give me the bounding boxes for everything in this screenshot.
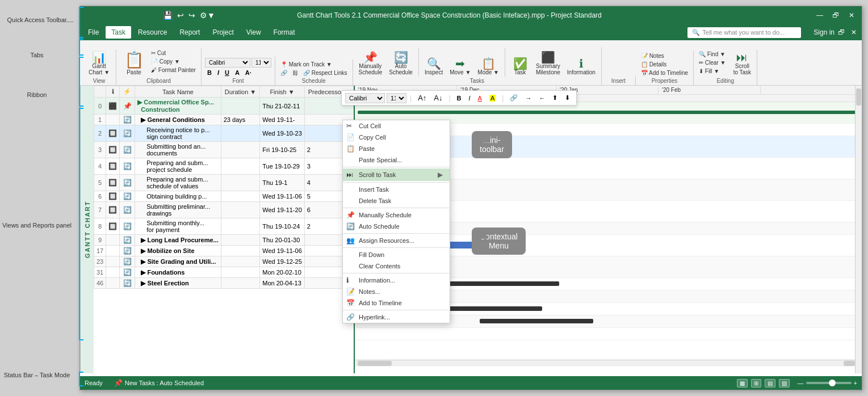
- clear-button[interactable]: ✏ Clear ▼: [697, 59, 727, 66]
- table-row[interactable]: 2 🔲 🔄 Receiving notice to p...sign contr…: [94, 125, 355, 142]
- gantt-chart-button[interactable]: 📊 GanttChart ▼: [86, 50, 112, 77]
- sign-in-button[interactable]: Sign in: [814, 28, 835, 36]
- table-row[interactable]: 5 🔲 🔄 Preparing and subm...schedule of v…: [94, 175, 355, 191]
- table-row[interactable]: 0 ⬛ 📌 ▶ Commercial Office Sp... Construc…: [94, 98, 355, 115]
- italic-button[interactable]: I: [215, 69, 221, 77]
- ctx-delete-task[interactable]: Delete Task: [343, 195, 450, 207]
- add-to-timeline-button[interactable]: 📅 Add to Timeline: [639, 69, 690, 77]
- mini-font-select[interactable]: Calibri: [345, 93, 385, 103]
- cut-button[interactable]: ✂ Cut: [149, 49, 198, 57]
- ctx-notes[interactable]: 📝 Notes...: [343, 286, 450, 297]
- zoom-slider[interactable]: [806, 382, 852, 384]
- menu-project[interactable]: Project: [207, 26, 239, 39]
- respect-links-button[interactable]: 🔗 Respect Links: [301, 69, 349, 77]
- unlink-button[interactable]: ⛓: [291, 69, 300, 77]
- customize-button[interactable]: ⚙▼: [199, 10, 216, 21]
- format-painter-button[interactable]: 🖌 Format Painter: [149, 66, 198, 74]
- manually-schedule-button[interactable]: 📌 ManuallySchedule: [357, 50, 385, 77]
- mini-font-color-button[interactable]: A: [475, 94, 485, 103]
- table-row[interactable]: 23 🔄 ▶ Site Grading and Utili... Wed 19-…: [94, 256, 355, 267]
- mini-bold-button[interactable]: B: [454, 94, 464, 103]
- ctx-auto-schedule[interactable]: 🔄 Auto Schedule: [343, 221, 450, 232]
- ctx-fill-down[interactable]: Fill Down: [343, 249, 450, 260]
- find-button[interactable]: 🔍 Find ▼: [697, 50, 727, 58]
- table-row[interactable]: 9 🔄 ▶ Long Lead Procureme... Thu 20-01-3…: [94, 235, 355, 246]
- font-color-button[interactable]: A: [233, 69, 242, 77]
- summary-milestone-button[interactable]: ⬛ SummaryMilestone: [534, 50, 563, 77]
- save-button[interactable]: 💾: [162, 10, 174, 21]
- ctx-manually-schedule[interactable]: 📌 Manually Schedule: [343, 209, 450, 221]
- mini-bigger-button[interactable]: A↑: [415, 92, 429, 103]
- table-row[interactable]: 3 🔲 🔄 Submitting bond an...documents Fri…: [94, 142, 355, 158]
- table-row[interactable]: 17 🔄 ▶ Mobilize on Site Wed 19-11-06: [94, 246, 355, 256]
- ctx-paste[interactable]: 📋 Paste: [343, 143, 450, 154]
- quick-access-toolbar[interactable]: 💾 ↩ ↪ ⚙▼: [160, 9, 219, 22]
- scroll-to-task-button[interactable]: ⏭ Scrollto Task: [731, 50, 753, 77]
- table-row[interactable]: 31 🔄 ▶ Foundations Mon 20-02-10: [94, 267, 355, 278]
- close-button[interactable]: ✕: [846, 10, 857, 21]
- ctx-insert-task[interactable]: Insert Task: [343, 184, 450, 195]
- table-row[interactable]: 1 🔄 ▶ General Conditions 23 days Wed 19-…: [94, 115, 355, 125]
- horizontal-scrollbar[interactable]: [355, 360, 855, 366]
- table-row[interactable]: 6 🔲 🔄 Obtaining building p... Wed 19-11-…: [94, 191, 355, 202]
- ctx-add-timeline[interactable]: 📅 Add to Timeline: [343, 297, 450, 309]
- view-normal-button[interactable]: ▦: [737, 379, 748, 387]
- view-timeline-button[interactable]: ▤: [765, 379, 775, 387]
- scrollbar-thumb[interactable]: [856, 89, 861, 106]
- menu-file[interactable]: File: [82, 26, 104, 39]
- mini-smaller-button[interactable]: A↓: [431, 92, 445, 103]
- menu-format[interactable]: Format: [268, 26, 301, 39]
- underline-button[interactable]: U: [223, 69, 232, 77]
- view-gantt-button[interactable]: ▨: [779, 379, 790, 387]
- inspect-button[interactable]: 🔍 Inspect: [422, 57, 445, 77]
- link-button[interactable]: 🔗: [279, 69, 289, 77]
- menu-restore-button[interactable]: 🗗: [836, 27, 847, 38]
- details-button[interactable]: 📋 Details: [639, 61, 668, 68]
- mini-size-select[interactable]: 11: [387, 93, 406, 103]
- ctx-scroll-to-task[interactable]: ⏭ Scroll to Task ▶: [343, 168, 450, 181]
- mini-down-button[interactable]: ⬇: [562, 93, 573, 103]
- table-row[interactable]: 4 🔲 🔄 Preparing and subm...project sched…: [94, 158, 355, 175]
- h-scrollbar-thumb2[interactable]: [844, 361, 855, 366]
- mini-indent-button[interactable]: →: [522, 94, 534, 103]
- ctx-cut-cell[interactable]: ✂ Cut Cell: [343, 120, 450, 132]
- ctx-paste-special[interactable]: Paste Special...: [343, 154, 450, 166]
- ctx-information[interactable]: ℹ Information...: [343, 275, 450, 286]
- mini-italic-button[interactable]: I: [466, 94, 473, 103]
- minimize-button[interactable]: —: [814, 10, 825, 21]
- table-row[interactable]: 8 🔲 🔄 Submitting monthly...for payment T…: [94, 218, 355, 235]
- highlight-button[interactable]: A·: [243, 69, 254, 77]
- table-row[interactable]: 7 🔲 🔄 Submitting preliminar...drawings W…: [94, 202, 355, 218]
- ctx-clear-contents[interactable]: Clear Contents: [343, 260, 450, 272]
- paste-button[interactable]: 📋 Paste: [120, 49, 148, 77]
- information-button[interactable]: ℹ Information: [565, 57, 598, 77]
- h-scrollbar-thumb[interactable]: [358, 361, 392, 366]
- restore-button[interactable]: 🗗: [830, 10, 841, 21]
- ctx-copy-cell[interactable]: 📄 Copy Cell: [343, 132, 450, 143]
- redo-button[interactable]: ↪: [187, 10, 196, 21]
- menu-close-button[interactable]: ✕: [848, 27, 859, 38]
- copy-button[interactable]: 📄 Copy ▼: [149, 58, 198, 65]
- bold-button[interactable]: B: [205, 69, 214, 77]
- ctx-assign-resources[interactable]: 👥 Assign Resources...: [343, 235, 450, 246]
- menu-report[interactable]: Report: [174, 26, 206, 39]
- notes-button[interactable]: 📝 Notes: [639, 52, 666, 60]
- mini-link-button[interactable]: 🔗: [507, 93, 521, 103]
- menu-resource[interactable]: Resource: [132, 26, 173, 39]
- font-size-select[interactable]: 11: [251, 58, 271, 68]
- menu-view[interactable]: View: [241, 26, 267, 39]
- vertical-scrollbar[interactable]: [855, 86, 862, 373]
- table-row[interactable]: 46 🔄 ▶ Steel Erection Mon 20-04-13: [94, 278, 355, 289]
- mini-highlight-button[interactable]: A: [487, 94, 498, 103]
- undo-button[interactable]: ↩: [176, 10, 185, 21]
- auto-schedule-button[interactable]: 🔄 AutoSchedule: [387, 50, 415, 77]
- mark-on-track-button[interactable]: 📍 Mark on Track ▼: [279, 61, 334, 68]
- ctx-hyperlink[interactable]: 🔗 Hyperlink...: [343, 311, 450, 323]
- mode-button[interactable]: 📋 Mode ▼: [475, 57, 501, 77]
- task-button[interactable]: ✅ Task: [509, 57, 531, 77]
- zoom-thumb[interactable]: [829, 380, 836, 386]
- font-select[interactable]: Calibri: [205, 58, 250, 68]
- mini-up-button[interactable]: ⬆: [550, 93, 560, 103]
- mini-outdent-button[interactable]: ←: [536, 94, 548, 103]
- menu-task[interactable]: Task: [106, 26, 131, 39]
